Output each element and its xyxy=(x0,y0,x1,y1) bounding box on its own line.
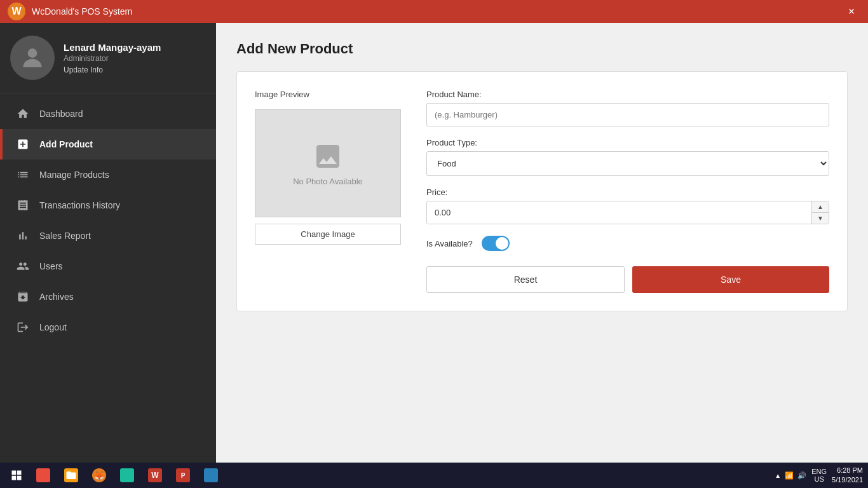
avatar xyxy=(10,36,55,80)
product-type-label: Product Type: xyxy=(426,138,829,147)
nav-label-users: Users xyxy=(39,261,63,271)
home-icon xyxy=(15,106,31,121)
start-button[interactable] xyxy=(5,465,28,485)
volume-icon: 🔊 xyxy=(797,471,806,480)
product-name-label: Product Name: xyxy=(426,90,829,99)
profile-name: Lenard Mangay-ayam xyxy=(64,42,161,53)
system-tray: ▲ 📶 🔊 xyxy=(775,471,806,480)
taskbar-app-colorful[interactable] xyxy=(31,465,56,485)
sidebar-item-add-product[interactable]: Add Product xyxy=(0,129,216,159)
language-region: ENG US xyxy=(811,468,827,483)
price-up-button[interactable]: ▲ xyxy=(812,201,829,212)
add-product-form-card: Image Preview No Photo Available Change … xyxy=(236,71,848,311)
nav-label-transactions: Transactions History xyxy=(39,200,120,210)
sidebar-item-sales-report[interactable]: Sales Report xyxy=(0,220,216,251)
image-placeholder-icon xyxy=(313,141,343,172)
sidebar-profile: Lenard Mangay-ayam Administrator Update … xyxy=(0,23,216,93)
main-content: Add New Product Image Preview No Photo A… xyxy=(216,23,868,463)
reset-button[interactable]: Reset xyxy=(426,266,625,293)
manage-icon xyxy=(15,167,31,182)
product-type-select[interactable]: Food Drink Dessert xyxy=(426,151,829,176)
app-layout: Lenard Mangay-ayam Administrator Update … xyxy=(0,23,868,463)
taskbar-app-w[interactable]: W xyxy=(142,465,168,485)
form-actions: Reset Save xyxy=(426,266,829,293)
sidebar-item-manage-products[interactable]: Manage Products xyxy=(0,159,216,190)
nav-label-manage-products: Manage Products xyxy=(39,170,109,180)
clock-date: 5/19/2021 xyxy=(832,475,863,485)
image-section: Image Preview No Photo Available Change … xyxy=(255,90,401,293)
image-preview-box: No Photo Available xyxy=(255,109,401,217)
price-wrapper: ▲ ▼ xyxy=(426,201,829,224)
toggle-knob xyxy=(496,237,508,250)
archive-icon xyxy=(15,289,31,304)
page-title: Add New Product xyxy=(236,41,848,57)
sidebar: Lenard Mangay-ayam Administrator Update … xyxy=(0,23,216,463)
clock-time: 6:28 PM xyxy=(832,466,863,475)
profile-role: Administrator xyxy=(64,54,161,63)
form-fields: Product Name: Product Type: Food Drink D… xyxy=(426,90,829,293)
sidebar-item-archives[interactable]: Archives xyxy=(0,281,216,312)
nav-label-dashboard: Dashboard xyxy=(39,109,83,119)
add-product-icon xyxy=(15,137,31,152)
title-bar: W WcDonald's POS System × xyxy=(0,0,868,23)
sidebar-navigation: Dashboard Add Product Manage Products xyxy=(0,93,216,348)
taskbar-app-ppt[interactable]: P xyxy=(170,465,196,485)
price-label: Price: xyxy=(426,187,829,197)
price-spinners: ▲ ▼ xyxy=(811,201,829,224)
close-button[interactable]: × xyxy=(843,3,860,20)
is-available-label: Is Available? xyxy=(426,239,473,248)
taskbar: 🦊 W P ▲ 📶 🔊 ENG US 6:28 PM 5/19/2021 xyxy=(0,463,868,488)
logout-icon xyxy=(15,320,31,335)
product-name-group: Product Name: xyxy=(426,90,829,126)
change-image-button[interactable]: Change Image xyxy=(255,224,401,245)
svg-point-0 xyxy=(28,48,37,58)
product-name-input[interactable] xyxy=(426,103,829,126)
image-preview-label: Image Preview xyxy=(255,90,401,99)
app-logo: W xyxy=(8,3,25,20)
no-photo-text: No Photo Available xyxy=(293,177,363,186)
price-down-button[interactable]: ▼ xyxy=(812,213,829,224)
taskbar-app-blue[interactable] xyxy=(198,465,224,485)
taskbar-app-firefox[interactable]: 🦊 xyxy=(86,465,112,485)
sidebar-item-users[interactable]: Users xyxy=(0,251,216,281)
product-type-group: Product Type: Food Drink Dessert xyxy=(426,138,829,176)
taskbar-app-green[interactable] xyxy=(114,465,140,485)
signal-icon: 📶 xyxy=(785,471,794,480)
sidebar-item-logout[interactable]: Logout xyxy=(0,312,216,342)
receipt-icon xyxy=(15,198,31,213)
sidebar-item-dashboard[interactable]: Dashboard xyxy=(0,98,216,129)
sidebar-item-transactions[interactable]: Transactions History xyxy=(0,190,216,220)
price-group: Price: ▲ ▼ xyxy=(426,187,829,224)
nav-label-sales-report: Sales Report xyxy=(39,231,91,241)
users-icon xyxy=(15,259,31,274)
nav-label-logout: Logout xyxy=(39,322,67,332)
profile-info: Lenard Mangay-ayam Administrator Update … xyxy=(64,42,161,74)
is-available-group: Is Available? xyxy=(426,236,829,251)
taskbar-right: ▲ 📶 🔊 ENG US 6:28 PM 5/19/2021 xyxy=(775,466,863,485)
chart-icon xyxy=(15,228,31,243)
save-button[interactable]: Save xyxy=(632,266,829,293)
taskbar-app-folder[interactable] xyxy=(58,465,84,485)
system-clock: 6:28 PM 5/19/2021 xyxy=(832,466,863,485)
nav-label-archives: Archives xyxy=(39,292,74,302)
price-input[interactable] xyxy=(427,201,811,224)
update-info-link[interactable]: Update Info xyxy=(64,65,161,74)
nav-label-add-product: Add Product xyxy=(39,139,93,149)
app-title: WcDonald's POS System xyxy=(32,6,843,17)
is-available-toggle[interactable] xyxy=(482,236,510,251)
tray-arrow: ▲ xyxy=(775,472,781,479)
